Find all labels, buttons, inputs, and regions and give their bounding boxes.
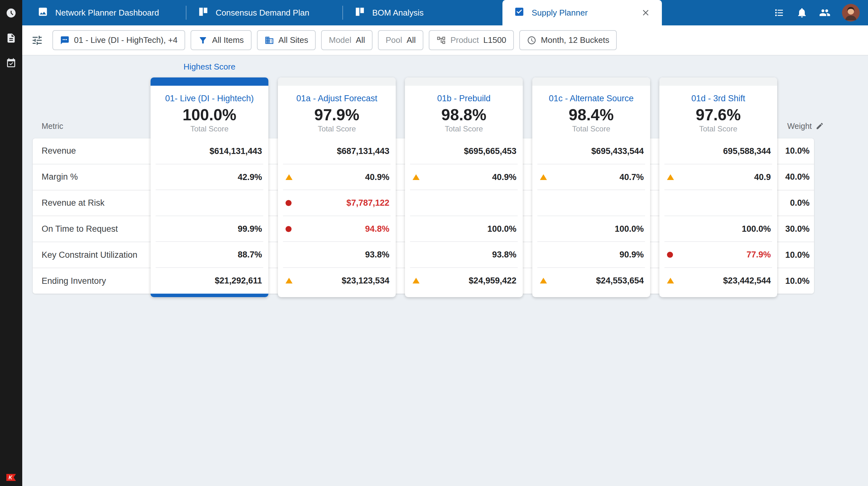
weight-value: 10.0% xyxy=(785,276,810,286)
chip-value: All xyxy=(406,35,416,45)
card-highlight-cap xyxy=(151,77,268,86)
card-footer xyxy=(278,294,396,297)
cell-value: $687,131,443 xyxy=(337,147,390,156)
scenario-cell: 100.0% xyxy=(405,216,523,242)
warning-icon xyxy=(412,174,420,180)
scenario-cell: 40.9 xyxy=(659,164,777,191)
chip-value: L1500 xyxy=(484,35,506,45)
card-rows: $695,665,45340.9%100.0%93.8%$24,959,422 xyxy=(405,138,523,294)
calendar-check-icon[interactable] xyxy=(6,58,17,69)
card-header: 01- Live (DI - Hightech)100.0%Total Scor… xyxy=(151,86,268,138)
people-icon[interactable] xyxy=(819,7,831,19)
weight-value: 30.0% xyxy=(785,224,810,234)
total-score-label: Total Score xyxy=(151,124,268,133)
tab-network-planner-dashboard[interactable]: Network Planner Dashboard xyxy=(22,0,186,25)
scenario-cell: 40.9% xyxy=(278,164,396,191)
cell-value: $695,433,544 xyxy=(591,147,644,156)
scenario-cell: 42.9% xyxy=(151,164,268,191)
filter-chip-model[interactable]: Model All xyxy=(321,30,373,50)
scenario-name[interactable]: 01d - 3rd Shift xyxy=(659,93,777,103)
tab-consensus-demand-plan[interactable]: Consensus Demand Plan xyxy=(186,0,343,25)
scenario-cell: $695,665,453 xyxy=(405,138,523,164)
scenario-cell: 99.9% xyxy=(151,216,268,242)
total-score-label: Total Score xyxy=(532,124,650,133)
filter-chip-pool[interactable]: Pool All xyxy=(378,30,423,50)
svg-text:K: K xyxy=(8,475,13,480)
cell-value: 695,588,344 xyxy=(723,147,771,156)
scenario-name[interactable]: 01c - Alternate Source xyxy=(532,93,650,103)
scenario-card[interactable]: 01b - Prebuild98.8%Total Score$695,665,4… xyxy=(405,77,523,297)
filter-chip-product[interactable]: Product L1500 xyxy=(429,30,514,50)
warning-icon xyxy=(285,174,292,180)
scenario-cell: 100.0% xyxy=(659,216,777,242)
tune-icon[interactable] xyxy=(31,34,43,46)
scenario-total-score: 100.0% xyxy=(151,106,268,124)
cell-value: $21,292,611 xyxy=(215,276,262,286)
card-rows: $614,131,44342.9%99.9%88.7%$21,292,611 xyxy=(151,138,268,294)
kinaxis-logo-icon: K xyxy=(6,473,17,482)
cell-value: $695,665,453 xyxy=(464,147,517,156)
list-icon[interactable] xyxy=(773,7,785,19)
cell-value: 40.7% xyxy=(619,172,644,182)
scenario-cell: 77.9% xyxy=(659,242,777,268)
scenario-name[interactable]: 01- Live (DI - Hightech) xyxy=(151,93,268,103)
close-icon[interactable] xyxy=(641,8,650,18)
cell-value: 40.9% xyxy=(492,172,517,182)
chip-value: All xyxy=(356,35,365,45)
filter-icon xyxy=(198,36,208,45)
cell-value: 94.8% xyxy=(365,224,390,234)
scenario-card[interactable]: 01c - Alternate Source98.4%Total Score$6… xyxy=(532,77,650,297)
card-header: 01d - 3rd Shift97.6%Total Score xyxy=(659,86,777,138)
total-score-label: Total Score xyxy=(405,124,523,133)
clock-icon[interactable] xyxy=(6,8,17,19)
tab-bom-analysis[interactable]: BOM Analysis xyxy=(343,0,502,25)
scenario-scoreboard: Highest Score Metric Weight Revenue10.0%… xyxy=(22,56,868,486)
task-check-icon xyxy=(514,6,525,19)
filter-chip-buckets[interactable]: Month, 12 Buckets xyxy=(519,30,617,50)
metric-column-header: Metric xyxy=(41,120,63,132)
tab-supply-planner[interactable]: Supply Planner xyxy=(502,0,662,25)
cell-value: 90.9% xyxy=(619,250,644,260)
warning-icon xyxy=(540,278,547,284)
cell-value: 42.9% xyxy=(238,172,262,182)
card-header: 01c - Alternate Source98.4%Total Score xyxy=(532,86,650,138)
hierarchy-icon xyxy=(436,36,446,45)
card-footer xyxy=(151,294,268,297)
scenario-card[interactable]: 01- Live (DI - Hightech)100.0%Total Scor… xyxy=(151,77,268,297)
warning-icon xyxy=(667,278,674,284)
sidebar: K xyxy=(0,0,22,486)
filter-chip-items[interactable]: All Items xyxy=(191,30,252,50)
cell-value: 88.7% xyxy=(238,250,262,260)
scenario-name[interactable]: 01a - Adjust Forecast xyxy=(278,93,396,103)
scenario-cell: $23,442,544 xyxy=(659,268,777,294)
card-header: 01b - Prebuild98.8%Total Score xyxy=(405,86,523,138)
weight-value: 40.0% xyxy=(785,172,810,182)
cell-value: 100.0% xyxy=(742,224,771,234)
user-avatar[interactable] xyxy=(842,4,860,22)
scenario-cell: $614,131,443 xyxy=(151,138,268,164)
image-icon xyxy=(37,6,48,19)
alert-icon xyxy=(667,252,673,258)
scenario-cell: $7,787,122 xyxy=(278,190,396,216)
scenario-card[interactable]: 01d - 3rd Shift97.6%Total Score695,588,3… xyxy=(659,77,777,297)
cell-value: 40.9% xyxy=(365,172,390,182)
chip-label: All Items xyxy=(212,35,244,45)
weight-column-header: Weight xyxy=(787,120,824,132)
filter-chip-sites[interactable]: All Sites xyxy=(257,30,316,50)
scenario-card[interactable]: 01a - Adjust Forecast97.9%Total Score$68… xyxy=(278,77,396,297)
topbar-actions xyxy=(773,0,868,25)
scenario-name[interactable]: 01b - Prebuild xyxy=(405,93,523,103)
filter-chip-scenarios[interactable]: 01 - Live (DI - HighTech), +4 xyxy=(53,30,185,50)
clock-icon xyxy=(527,36,536,45)
document-icon[interactable] xyxy=(6,33,17,43)
scenario-cell: $24,959,422 xyxy=(405,268,523,294)
notifications-icon[interactable] xyxy=(796,7,808,19)
cell-value: 40.9 xyxy=(754,172,771,182)
edit-weights-icon[interactable] xyxy=(815,122,824,130)
scenario-cell: 88.7% xyxy=(151,242,268,268)
metric-label: Margin % xyxy=(41,172,78,182)
scenario-cell xyxy=(151,190,268,216)
card-highlight-cap xyxy=(532,77,650,86)
warning-icon xyxy=(285,278,292,284)
scenario-cell: 40.7% xyxy=(532,164,650,191)
